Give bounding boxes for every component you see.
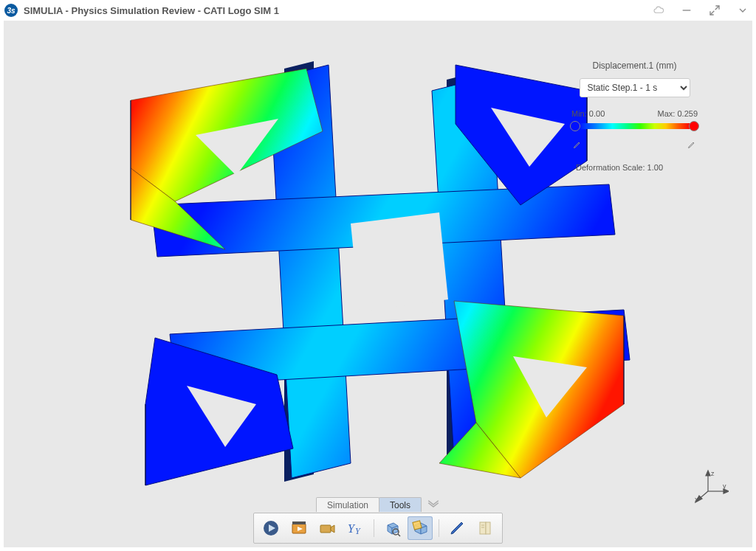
gradient-max-handle[interactable] [689, 121, 699, 131]
tab-simulation[interactable]: Simulation [316, 497, 379, 512]
legend-title: Displacement.1 (mm) [570, 60, 699, 71]
minimize-icon[interactable] [681, 4, 693, 16]
section-view-button[interactable] [408, 516, 433, 540]
symbol-plot-button[interactable]: YY [343, 516, 368, 540]
color-scale[interactable] [570, 119, 699, 133]
svg-text:Y: Y [355, 526, 361, 536]
cloud-icon[interactable] [653, 4, 664, 16]
svg-marker-39 [331, 525, 334, 533]
axis-y-label: y [723, 482, 726, 490]
axis-x-label: x [695, 496, 698, 503]
svg-marker-28 [706, 471, 710, 476]
app-logo-icon: 3s [4, 4, 18, 17]
svg-line-2 [710, 11, 714, 15]
play-results-button[interactable] [258, 516, 284, 540]
edit-max-icon[interactable] [687, 140, 696, 151]
3d-viewport[interactable]: Displacement.1 (mm) Static Step.1 - 1 s … [4, 21, 752, 547]
fit-view-button[interactable] [379, 516, 405, 540]
svg-rect-50 [413, 521, 422, 530]
legend-max-label: Max: 0.259 [658, 109, 698, 118]
toolbar-separator [436, 518, 441, 538]
svg-rect-52 [486, 522, 490, 534]
more-icon[interactable] [737, 4, 749, 16]
window-title: SIMULIA - Physics Simulation Review - CA… [24, 5, 279, 16]
svg-line-1 [715, 6, 719, 10]
result-legend: Displacement.1 (mm) Static Step.1 - 1 s … [570, 60, 699, 172]
svg-marker-22 [351, 212, 448, 312]
gradient-bar [579, 123, 690, 129]
tab-tools[interactable]: Tools [379, 497, 422, 512]
bottom-tabs: Simulation Tools [316, 496, 440, 513]
legend-min-label: Min: 0.00 [571, 109, 605, 118]
edit-min-icon[interactable] [573, 140, 582, 151]
expand-icon[interactable] [709, 4, 721, 16]
step-selector[interactable]: Static Step.1 - 1 s [580, 78, 690, 97]
bottom-bar: Simulation Tools YY [253, 496, 503, 544]
deformation-scale-label: Deformation Scale: 1.00 [570, 163, 699, 172]
svg-rect-51 [480, 522, 486, 534]
axis-z-label: z [711, 470, 715, 477]
camera-button[interactable] [315, 516, 340, 540]
svg-rect-36 [292, 521, 306, 524]
bottom-toolbar: YY [253, 513, 503, 544]
animate-button[interactable] [286, 516, 312, 540]
tabs-expand-icon[interactable] [427, 499, 440, 510]
axis-triad[interactable]: z y x [695, 469, 729, 503]
svg-line-46 [398, 534, 400, 536]
annotate-button[interactable] [444, 516, 470, 540]
toolbar-separator [371, 518, 377, 538]
report-button[interactable] [472, 516, 498, 540]
svg-rect-38 [320, 525, 331, 533]
titlebar: 3s SIMULIA - Physics Simulation Review -… [0, 0, 756, 21]
gradient-min-handle[interactable] [570, 121, 580, 131]
